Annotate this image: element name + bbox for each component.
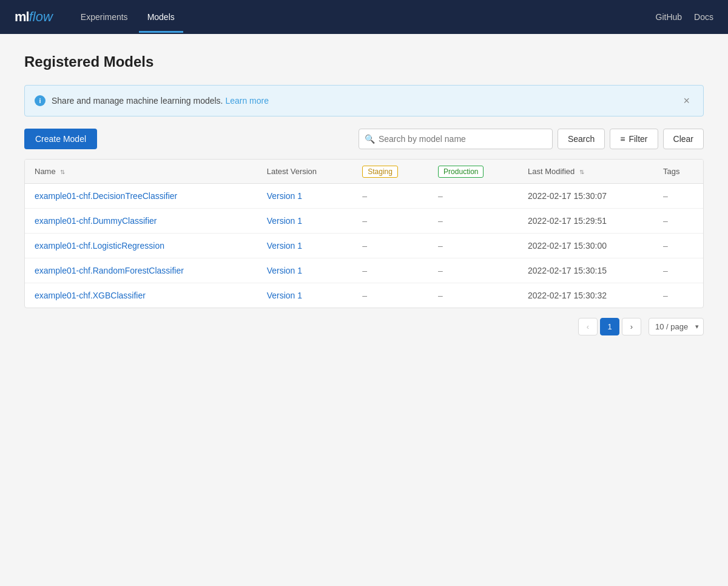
nav-links: Experiments Models (72, 1, 656, 33)
col-staging: Staging (352, 160, 428, 184)
model-name-link[interactable]: example01-chf.DummyClassifier (35, 216, 157, 226)
cell-last-modified: 2022-02-17 15:30:07 (518, 184, 653, 209)
cell-version: Version 1 (257, 209, 353, 234)
cell-version: Version 1 (257, 283, 353, 308)
version-link[interactable]: Version 1 (267, 191, 302, 201)
col-production: Production (428, 160, 518, 184)
cell-staging: – (352, 234, 428, 258)
version-link[interactable]: Version 1 (267, 266, 302, 275)
col-last-modified[interactable]: Last Modified ⇅ (518, 160, 653, 184)
pagination-page-1[interactable]: 1 (600, 318, 619, 335)
cell-tags: – (653, 234, 703, 258)
table-row: example01-chf.LogisticRegression Version… (25, 234, 703, 258)
cell-staging: – (352, 283, 428, 308)
main-content: Registered Models i Share and manage mac… (0, 34, 728, 355)
sort-icon-modified: ⇅ (579, 169, 584, 175)
nav-github[interactable]: GitHub (656, 12, 682, 22)
version-link[interactable]: Version 1 (267, 241, 302, 251)
cell-tags: – (653, 258, 703, 283)
cell-production: – (428, 258, 518, 283)
cell-name: example01-chf.DummyClassifier (25, 209, 257, 234)
cell-tags: – (653, 283, 703, 308)
search-input-wrapper: 🔍 (359, 129, 553, 149)
model-name-link[interactable]: example01-chf.DecisionTreeClassifier (35, 191, 177, 201)
per-page-select[interactable]: 10 / page25 / page50 / page (649, 318, 704, 335)
logo-flow: flow (29, 9, 53, 25)
col-latest-version: Latest Version (257, 160, 353, 184)
production-badge: Production (438, 166, 484, 178)
cell-tags: – (653, 209, 703, 234)
logo-ml: ml (15, 9, 29, 25)
cell-staging: – (352, 184, 428, 209)
filter-icon: ≡ (620, 134, 625, 144)
per-page-wrapper: 10 / page25 / page50 / page (644, 318, 704, 335)
cell-name: example01-chf.DecisionTreeClassifier (25, 184, 257, 209)
table-row: example01-chf.XGBClassifier Version 1 – … (25, 283, 703, 308)
nav-models[interactable]: Models (139, 1, 183, 33)
cell-last-modified: 2022-02-17 15:29:51 (518, 209, 653, 234)
page-title: Registered Models (24, 53, 704, 70)
filter-button[interactable]: ≡ Filter (610, 129, 658, 149)
table-header-row: Name ⇅ Latest Version Staging Production… (25, 160, 703, 184)
cell-staging: – (352, 258, 428, 283)
cell-name: example01-chf.RandomForestClassifier (25, 258, 257, 283)
info-icon: i (35, 95, 46, 106)
cell-last-modified: 2022-02-17 15:30:15 (518, 258, 653, 283)
model-name-link[interactable]: example01-chf.XGBClassifier (35, 291, 146, 300)
info-banner-left: i Share and manage machine learning mode… (35, 95, 269, 106)
version-link[interactable]: Version 1 (267, 216, 302, 226)
staging-badge: Staging (362, 166, 398, 178)
search-button[interactable]: Search (558, 129, 605, 149)
pagination: ‹ 1 › 10 / page25 / page50 / page (24, 318, 704, 335)
search-area: 🔍 Search ≡ Filter Clear (359, 129, 704, 149)
cell-tags: – (653, 184, 703, 209)
cell-version: Version 1 (257, 184, 353, 209)
info-text: Share and manage machine learning models… (52, 96, 269, 106)
info-banner: i Share and manage machine learning mode… (24, 85, 704, 116)
cell-last-modified: 2022-02-17 15:30:00 (518, 234, 653, 258)
cell-production: – (428, 283, 518, 308)
nav-right: GitHub Docs (656, 12, 713, 22)
nav-experiments[interactable]: Experiments (72, 1, 136, 33)
table-row: example01-chf.RandomForestClassifier Ver… (25, 258, 703, 283)
table-row: example01-chf.DummyClassifier Version 1 … (25, 209, 703, 234)
model-name-link[interactable]: example01-chf.LogisticRegression (35, 241, 164, 251)
pagination-next[interactable]: › (622, 318, 641, 335)
navbar: mlflow Experiments Models GitHub Docs (0, 0, 728, 34)
table-row: example01-chf.DecisionTreeClassifier Ver… (25, 184, 703, 209)
cell-staging: – (352, 209, 428, 234)
cell-name: example01-chf.XGBClassifier (25, 283, 257, 308)
toolbar: Create Model 🔍 Search ≡ Filter Clear (24, 129, 704, 149)
banner-close-button[interactable]: × (679, 94, 693, 107)
cell-production: – (428, 184, 518, 209)
create-model-button[interactable]: Create Model (24, 129, 97, 149)
col-name[interactable]: Name ⇅ (25, 160, 257, 184)
nav-docs[interactable]: Docs (694, 12, 713, 22)
model-name-link[interactable]: example01-chf.RandomForestClassifier (35, 266, 184, 275)
models-table: Name ⇅ Latest Version Staging Production… (25, 160, 703, 308)
clear-button[interactable]: Clear (663, 129, 704, 149)
cell-version: Version 1 (257, 234, 353, 258)
sort-icon-name: ⇅ (60, 169, 65, 175)
pagination-prev[interactable]: ‹ (578, 318, 598, 335)
version-link[interactable]: Version 1 (267, 291, 302, 300)
models-table-container: Name ⇅ Latest Version Staging Production… (24, 159, 704, 308)
col-tags: Tags (653, 160, 703, 184)
cell-last-modified: 2022-02-17 15:30:32 (518, 283, 653, 308)
cell-version: Version 1 (257, 258, 353, 283)
cell-production: – (428, 209, 518, 234)
search-icon: 🔍 (365, 134, 375, 144)
logo: mlflow (15, 9, 53, 25)
learn-more-link[interactable]: Learn more (225, 96, 269, 106)
search-input[interactable] (359, 129, 553, 149)
cell-production: – (428, 234, 518, 258)
cell-name: example01-chf.LogisticRegression (25, 234, 257, 258)
